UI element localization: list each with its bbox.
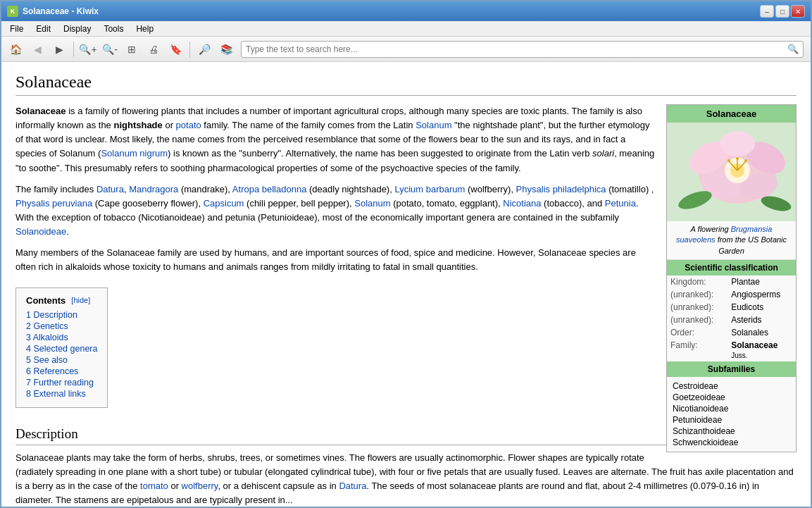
content-area: Solanaceae Solanaceae (1, 62, 811, 507)
infobox-image (667, 123, 796, 221)
infobox-title: Solanaceae (667, 105, 796, 123)
search-input[interactable] (246, 44, 787, 54)
bookmark-button[interactable]: 🔖 (165, 40, 185, 58)
sci-label: (unranked): (667, 301, 727, 314)
toc-link-5[interactable]: 5 See also (26, 355, 68, 365)
sci-value: Plantae (727, 275, 796, 288)
window: K Solanaceae - Kiwix – □ ✕ File Edit Dis… (0, 0, 812, 508)
find-button[interactable]: 🔎 (194, 40, 214, 58)
toolbar: 🏠 ◀ ▶ 🔍+ 🔍- ⊞ 🖨 🔖 🔎 📚 🔍 (1, 37, 811, 62)
toc-link-6[interactable]: 6 References (26, 366, 78, 376)
sci-value: Angiosperms (727, 288, 796, 301)
nicotiana-link[interactable]: Nicotiana (503, 198, 541, 209)
datura-link[interactable]: Datura (96, 184, 124, 194)
close-button[interactable]: ✕ (791, 5, 805, 18)
solanum-link2[interactable]: Solanum (354, 198, 390, 209)
nightshade-bold: nightshade (113, 120, 162, 130)
list-item: Schizanthoideae (673, 426, 790, 437)
toc-item-7: 7 Further reading (26, 378, 97, 388)
svg-point-14 (736, 157, 739, 160)
toc-link-7[interactable]: 7 Further reading (26, 378, 94, 388)
table-row: (unranked): Angiosperms (667, 288, 796, 301)
main-content[interactable]: Solanaceae Solanaceae (1, 62, 811, 507)
sci-value: SolanaceaeJuss. (727, 339, 796, 361)
article-text: Solanaceae (15, 104, 797, 507)
back-button[interactable]: ◀ (27, 40, 47, 58)
menu-bar: File Edit Display Tools Help (1, 21, 811, 37)
solanaceae-bold: Solanaceae (15, 106, 66, 116)
toc-hide-button[interactable]: [hide] (71, 296, 90, 304)
table-row: (unranked): Eudicots (667, 301, 796, 314)
table-row: (unranked): Asterids (667, 314, 796, 326)
svg-point-4 (720, 131, 755, 156)
infobox: Solanaceae (666, 104, 797, 452)
toc-header: Contents [hide] (26, 295, 97, 306)
toc-link-4[interactable]: 4 Selected genera (26, 344, 97, 354)
library-button[interactable]: 📚 (216, 40, 236, 58)
brugmansia-link[interactable]: Brugmansia suaveolens (676, 225, 772, 244)
description-paragraph: Solanaceae plants may take the form of h… (15, 451, 797, 507)
zoom-out-button[interactable]: 🔍- (100, 40, 120, 58)
solanoideae-link[interactable]: Solanoideae (15, 226, 66, 237)
sci-value: Eudicots (727, 301, 796, 314)
home-button[interactable]: 🏠 (6, 40, 25, 58)
toc-item-4: 4 Selected genera (26, 344, 97, 354)
zoom-in-button[interactable]: 🔍+ (78, 40, 98, 58)
maximize-button[interactable]: □ (775, 5, 789, 18)
table-row: Kingdom: Plantae (667, 275, 796, 288)
app-icon: K (7, 6, 18, 17)
lycium-link[interactable]: Lycium barbarum (394, 184, 465, 194)
menu-file[interactable]: File (4, 23, 29, 35)
sci-value: Asterids (727, 314, 796, 326)
toc-item-2: 2 Genetics (26, 321, 97, 331)
minimize-button[interactable]: – (760, 5, 774, 18)
forward-button[interactable]: ▶ (49, 40, 69, 58)
sci-label: (unranked): (667, 288, 727, 301)
print-button[interactable]: 🖨 (144, 40, 163, 58)
list-item: Petunioideae (673, 414, 790, 426)
svg-point-13 (744, 159, 747, 162)
subfamilies-list: Cestroideae Goetzeoideae Nicotianoideae … (667, 377, 796, 452)
sci-value: Solanales (727, 326, 796, 339)
list-item: Goetzeoideae (673, 392, 790, 403)
datura-link2[interactable]: Datura (339, 481, 366, 491)
menu-help[interactable]: Help (130, 23, 159, 35)
menu-tools[interactable]: Tools (98, 23, 129, 35)
toc-item-3: 3 Alkaloids (26, 333, 97, 342)
sci-label: (unranked): (667, 314, 727, 326)
sci-label: Family: (667, 339, 727, 361)
physalis-peru-link[interactable]: Physalis peruviana (15, 198, 92, 209)
table-of-contents: Contents [hide] 1 Description 2 Genetics… (15, 287, 108, 408)
physalis-phila-link[interactable]: Physalis philadelphica (516, 184, 606, 194)
potato-link[interactable]: potato (176, 120, 201, 130)
window-title: Solanaceae - Kiwix (23, 6, 756, 16)
search-submit-icon[interactable]: 🔍 (787, 44, 799, 54)
menu-edit[interactable]: Edit (30, 23, 56, 35)
list-item: Cestroideae (673, 380, 790, 392)
table-row: Family: SolanaceaeJuss. (667, 339, 796, 361)
solanum-link[interactable]: Solanum (416, 120, 451, 130)
wolfberry-link[interactable]: wolfberry (182, 481, 218, 491)
solanum-nigrum-link[interactable]: Solanum nigrum (101, 148, 168, 159)
subfamilies-header: Subfamilies (667, 361, 796, 377)
sci-label: Order: (667, 326, 727, 339)
sci-classification-header: Scientific classification (667, 260, 796, 275)
sci-classification-table: Kingdom: Plantae (unranked): Angiosperms… (667, 275, 796, 361)
view-button[interactable]: ⊞ (122, 40, 142, 58)
menu-display[interactable]: Display (58, 23, 96, 35)
svg-point-12 (727, 159, 730, 162)
toc-list: 1 Description 2 Genetics 3 Alkaloids 4 S… (26, 310, 97, 399)
list-item: Schwenckioideae (673, 437, 790, 448)
atropa-link[interactable]: Atropa belladonna (232, 184, 307, 194)
toc-link-3[interactable]: 3 Alkaloids (26, 333, 68, 342)
toc-link-1[interactable]: 1 Description (26, 310, 77, 320)
mandragora-link[interactable]: Mandragora (129, 184, 178, 194)
toc-item-1: 1 Description (26, 310, 97, 320)
page-title: Solanaceae (15, 73, 797, 96)
capsicum-link[interactable]: Capsicum (204, 198, 244, 209)
tomato-link[interactable]: tomato (140, 481, 168, 491)
toc-link-2[interactable]: 2 Genetics (26, 321, 68, 331)
petunia-link[interactable]: Petunia (605, 198, 636, 209)
toc-link-8[interactable]: 8 External links (26, 389, 86, 399)
toc-title: Contents (26, 295, 65, 306)
